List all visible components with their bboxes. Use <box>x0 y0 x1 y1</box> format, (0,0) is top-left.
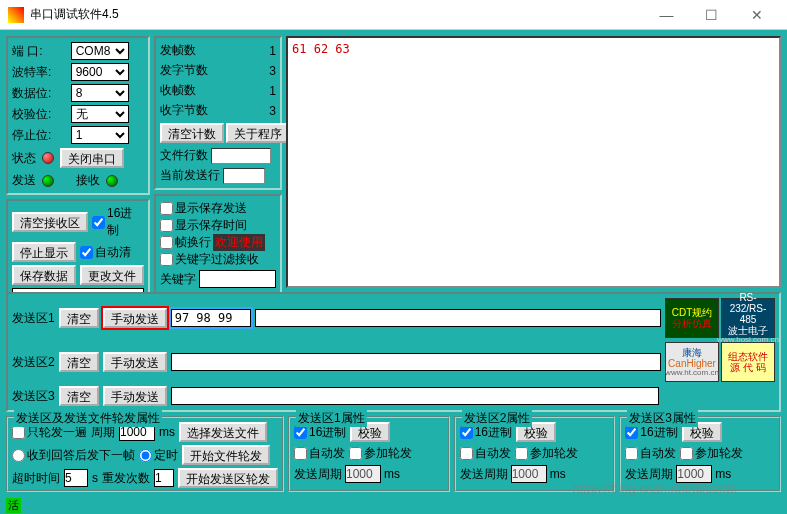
show-save-send-checkbox[interactable] <box>160 202 173 215</box>
timed-radio[interactable] <box>139 449 152 462</box>
txfile-legend: 发送区及发送文件轮发属性 <box>14 410 162 427</box>
app-icon <box>8 7 24 23</box>
a1-hex-checkbox[interactable] <box>294 426 307 439</box>
state-led-icon <box>42 152 54 164</box>
close-button[interactable]: ✕ <box>734 1 779 29</box>
area1-attr: 发送区1属性 16进制 校验 自动发 参加轮发 发送周期 ms <box>288 416 450 492</box>
tx3-clear-button[interactable]: 清空 <box>59 386 99 406</box>
tx2-input[interactable] <box>171 353 661 371</box>
a2-poll-checkbox[interactable] <box>515 447 528 460</box>
port-label: 端 口: <box>12 43 67 60</box>
show-save-time-checkbox[interactable] <box>160 219 173 232</box>
start-file-button[interactable]: 开始文件轮发 <box>182 445 270 465</box>
once-checkbox[interactable] <box>12 426 25 439</box>
rxbytes-value: 3 <box>212 104 276 118</box>
port-panel: 端 口: COM8 波特率: 9600 数据位: 8 校验位: 无 停止位: 1… <box>6 36 150 195</box>
databits-label: 数据位: <box>12 85 67 102</box>
tx2-label: 发送区2 <box>12 354 55 371</box>
cursend-value <box>223 168 265 184</box>
ad-cdt[interactable]: CDT规约分析仿真 <box>665 298 719 338</box>
txbytes-value: 3 <box>212 64 276 78</box>
stopbits-select[interactable]: 1 <box>71 126 129 144</box>
after-reply-radio[interactable] <box>12 449 25 462</box>
tx1-label: 发送区1 <box>12 310 55 327</box>
kw-filter-checkbox[interactable] <box>160 253 173 266</box>
tx3-send-button[interactable]: 手动发送 <box>103 386 167 406</box>
state-label: 状态 <box>12 150 36 167</box>
autoclear-checkbox[interactable] <box>80 246 93 259</box>
about-button[interactable]: 关于程序 <box>226 123 290 143</box>
parity-select[interactable]: 无 <box>71 105 129 123</box>
change-file-button[interactable]: 更改文件 <box>80 265 144 285</box>
recv-label: 接收 <box>76 172 100 189</box>
filelines-label: 文件行数 <box>160 148 208 162</box>
a2-period-input <box>511 465 547 483</box>
hex-checkbox[interactable] <box>92 216 105 229</box>
stats-panel: 发帧数1 发字节数3 收帧数1 收字节数3 清空计数 关于程序 文件行数 当前发… <box>154 36 282 190</box>
titlebar: 串口调试软件4.5 — ☐ ✕ <box>0 0 787 30</box>
tx-panel: 发送区1 清空 手动发送 CDT规约分析仿真 RS-232/RS-485波士电子… <box>6 292 781 412</box>
rx-display[interactable]: 61 62 63 <box>286 36 781 288</box>
ad-zutai[interactable]: 组态软件源 代 码 <box>721 342 775 382</box>
a1-poll-checkbox[interactable] <box>349 447 362 460</box>
recv-led-icon <box>106 175 118 187</box>
timeout-input[interactable] <box>64 469 88 487</box>
save-data-button[interactable]: 保存数据 <box>12 265 76 285</box>
txbytes-label: 发字节数 <box>160 62 208 79</box>
a2-auto-checkbox[interactable] <box>460 447 473 460</box>
a3-auto-checkbox[interactable] <box>625 447 638 460</box>
tx1-input-ext[interactable] <box>255 309 661 327</box>
retry-input[interactable] <box>154 469 174 487</box>
a2-hex-checkbox[interactable] <box>460 426 473 439</box>
a3-poll-checkbox[interactable] <box>680 447 693 460</box>
window-title: 串口调试软件4.5 <box>30 6 644 23</box>
tx3-label: 发送区3 <box>12 388 55 405</box>
a3-hex-checkbox[interactable] <box>625 426 638 439</box>
ad-rs[interactable]: RS-232/RS-485波士电子www.bosi.com.cn <box>721 298 775 338</box>
parity-label: 校验位: <box>12 106 67 123</box>
stopbits-label: 停止位: <box>12 127 67 144</box>
welcome-badge: 欢迎使用 <box>213 234 265 251</box>
port-select[interactable]: COM8 <box>71 42 129 60</box>
tx2-send-button[interactable]: 手动发送 <box>103 352 167 372</box>
tx1-input[interactable] <box>171 309 251 327</box>
minimize-button[interactable]: — <box>644 1 689 29</box>
tx1-send-button[interactable]: 手动发送 <box>103 308 167 328</box>
tx3-input[interactable] <box>171 387 659 405</box>
a1-auto-checkbox[interactable] <box>294 447 307 460</box>
rxframes-label: 收帧数 <box>160 82 208 99</box>
select-file-button[interactable]: 选择发送文件 <box>179 422 267 442</box>
a1-period-input <box>345 465 381 483</box>
baud-label: 波特率: <box>12 64 67 81</box>
maximize-button[interactable]: ☐ <box>689 1 734 29</box>
watermark: https://blog.csdn.net/discode <box>572 481 737 496</box>
send-led-icon <box>42 175 54 187</box>
send-label: 发送 <box>12 172 36 189</box>
txframes-value: 1 <box>212 44 276 58</box>
rxframes-value: 1 <box>212 84 276 98</box>
txfile-group: 发送区及发送文件轮发属性 只轮发一遍 周期 ms 选择发送文件 收到回答后发下一… <box>6 416 284 492</box>
close-port-button[interactable]: 关闭串口 <box>60 148 124 168</box>
tx2-clear-button[interactable]: 清空 <box>59 352 99 372</box>
start-area-button[interactable]: 开始发送区轮发 <box>178 468 278 488</box>
txframes-label: 发帧数 <box>160 42 208 59</box>
clear-count-button[interactable]: 清空计数 <box>160 123 224 143</box>
rxbytes-label: 收字节数 <box>160 102 208 119</box>
keyword-input[interactable] <box>199 270 276 288</box>
ad-kanghai[interactable]: 康海CanHigherwww.ht.com.cn <box>665 342 719 382</box>
keyword-label: 关键字 <box>160 271 196 288</box>
frame-newline-checkbox[interactable] <box>160 236 173 249</box>
status-indicator: 活 <box>6 498 21 513</box>
baud-select[interactable]: 9600 <box>71 63 129 81</box>
clear-rx-button[interactable]: 清空接收区 <box>12 212 88 232</box>
filelines-value <box>211 148 271 164</box>
stop-display-button[interactable]: 停止显示 <box>12 242 76 262</box>
opts-panel: 显示保存发送 显示保存时间 帧换行 欢迎使用 关键字过滤接收 关键字 <box>154 194 282 294</box>
tx1-clear-button[interactable]: 清空 <box>59 308 99 328</box>
databits-select[interactable]: 8 <box>71 84 129 102</box>
cursend-label: 当前发送行 <box>160 168 220 182</box>
